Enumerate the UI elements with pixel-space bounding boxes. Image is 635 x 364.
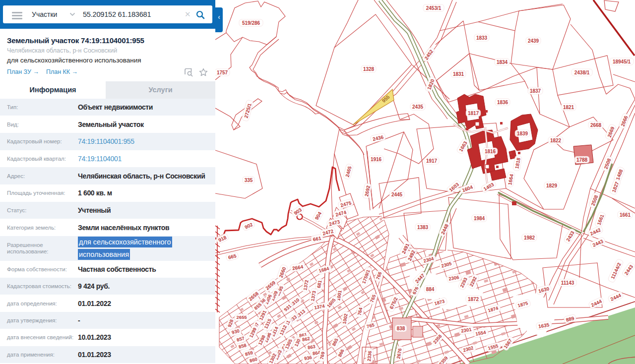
svg-text:1982: 1982 [524,235,535,241]
svg-text:2655: 2655 [236,314,247,320]
svg-text:1822: 1822 [550,138,562,143]
svg-text:1833: 1833 [476,35,488,41]
svg-text:1757: 1757 [217,70,228,75]
svg-text:1821: 1821 [563,105,574,110]
svg-text:1916: 1916 [371,157,382,162]
svg-text:335: 335 [245,178,253,183]
svg-text:1816: 1816 [485,149,496,154]
svg-text:1328: 1328 [363,66,375,72]
svg-text:1817: 1817 [468,111,479,116]
svg-text:1661: 1661 [620,212,631,218]
svg-text:2438/1: 2438/1 [574,70,590,75]
svg-text:1872: 1872 [468,297,479,302]
svg-text:1834: 1834 [497,60,508,65]
svg-text:1788: 1788 [576,157,588,163]
svg-text:2336: 2336 [366,351,373,362]
svg-text:1829: 1829 [546,183,558,188]
svg-text:1383: 1383 [417,225,429,230]
svg-text:2445: 2445 [391,192,403,197]
svg-text:838: 838 [397,326,405,331]
svg-text:2439: 2439 [528,38,539,44]
svg-text:1837: 1837 [530,88,541,94]
svg-text:11143: 11143 [561,280,574,286]
svg-text:1917: 1917 [426,158,438,164]
svg-text:2435: 2435 [412,104,424,110]
svg-text:519/286: 519/286 [242,20,260,26]
svg-text:2668: 2668 [590,122,602,128]
svg-text:1831: 1831 [453,71,464,77]
svg-text:1984: 1984 [474,216,485,221]
svg-text:884: 884 [426,287,435,292]
svg-text:2453/1: 2453/1 [426,5,442,11]
svg-text:1836: 1836 [497,100,508,105]
svg-text:18945/1: 18945/1 [613,59,631,64]
svg-text:1839: 1839 [517,131,528,136]
